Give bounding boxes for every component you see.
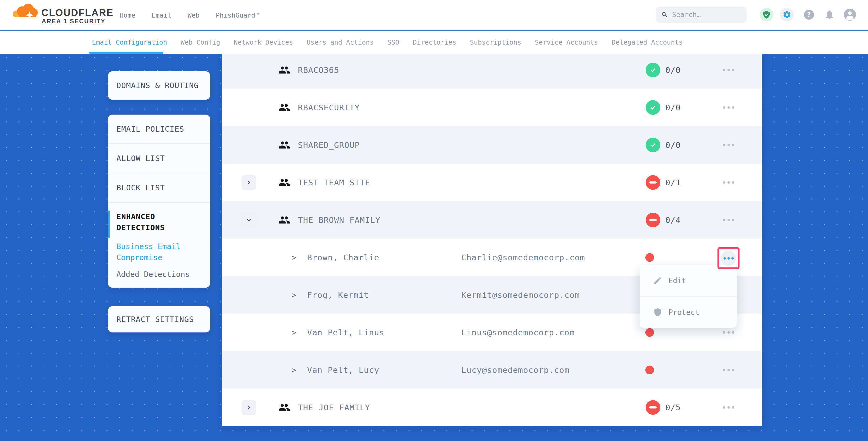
notifications-button[interactable] [824,9,835,21]
group-icon [278,401,290,413]
member-count: 0/5 [665,403,681,412]
table-row[interactable]: SHARED_GROUP 0/0 [222,126,762,164]
tab-web-config[interactable]: Web Config [181,38,220,46]
sidebar-card-domains: DOMAINS & ROUTING [108,71,210,100]
pencil-icon [653,276,662,285]
sidebar-item-domains-routing[interactable]: DOMAINS & ROUTING [108,71,210,100]
sidebar-item-business-email-compromise[interactable]: Business Email Compromise [108,241,198,263]
minus-icon [649,219,657,221]
group-icon [278,214,290,226]
expand-button[interactable] [242,400,256,415]
row-menu-button-active[interactable] [721,251,736,266]
table-row[interactable]: THE JOE FAMILY 0/5 [222,388,762,426]
search-input[interactable] [672,11,741,19]
member-status-dot [645,366,654,374]
member-status-dot [645,328,654,337]
table-row[interactable]: > Van Pelt, Lucy Lucy@somedemocorp.com [222,351,762,388]
primary-nav: Home Email Web PhishGuard™ [120,0,259,30]
status-ok-badge [646,138,660,152]
avatar-icon [844,9,856,21]
row-menu-button[interactable] [718,144,739,146]
member-email: Linus@somedemocorp.com [461,328,575,337]
row-menu-button[interactable] [718,181,739,184]
sidebar-card-retract: RETRACT SETTINGS [108,306,210,333]
row-menu-button[interactable] [718,219,739,221]
member-marker: > [292,366,296,374]
row-menu-button[interactable] [718,331,739,334]
help-button[interactable]: ? [804,10,814,20]
member-name: Frog, Kermit [307,290,369,300]
table-row[interactable]: TEST TEAM SITE 0/1 [222,164,762,201]
chevron-down-icon [246,217,252,223]
nav-item-email[interactable]: Email [152,11,171,19]
member-count: 0/0 [665,140,681,150]
sidebar-item-enhanced-detections[interactable]: ENHANCED DETECTIONS [108,211,194,233]
member-count: 0/4 [665,215,681,225]
search-bar[interactable] [656,6,747,23]
nav-item-phishguard[interactable]: PhishGuard™ [216,11,259,19]
tab-delegated-accounts[interactable]: Delegated Accounts [612,38,683,46]
group-icon [278,177,290,189]
settings-button[interactable] [780,8,794,22]
gear-icon [782,10,792,19]
tab-sso[interactable]: SSO [387,38,399,46]
status-blocked-badge [646,400,660,415]
nav-item-home[interactable]: Home [120,11,135,19]
search-icon [661,11,668,19]
group-name: RBACSECURITY [298,103,360,112]
tab-network-devices[interactable]: Network Devices [234,38,293,46]
table-row[interactable]: RBACO365 0/0 [222,51,762,89]
tab-users-and-actions[interactable]: Users and Actions [307,38,374,46]
sidebar-item-block-list[interactable]: BLOCK LIST [108,173,210,202]
account-button[interactable] [844,9,856,21]
menu-item-label: Edit [669,276,686,285]
sidebar-item-retract-settings[interactable]: RETRACT SETTINGS [108,306,210,333]
menu-item-protect[interactable]: Protect [640,296,737,328]
sidebar-item-allow-list[interactable]: ALLOW LIST [108,144,210,173]
brand-wordmark: CLOUDFLARE [41,7,114,18]
tab-email-configuration[interactable]: Email Configuration [92,38,167,46]
status-blocked-badge [646,175,660,190]
group-name: RBACO365 [298,65,339,75]
tab-service-accounts[interactable]: Service Accounts [535,38,598,46]
group-icon [278,139,290,151]
tab-subscriptions[interactable]: Subscriptions [470,38,521,46]
tab-directories[interactable]: Directories [413,38,456,46]
sidebar-item-email-policies[interactable]: EMAIL POLICIES [108,115,210,144]
highlight-box [717,247,740,269]
group-name: TEST TEAM SITE [298,178,370,187]
group-icon [278,101,290,114]
member-email: Kermit@somedemocorp.com [461,290,580,300]
menu-item-edit[interactable]: Edit [640,265,737,296]
brand-tagline: AREA 1 SECURITY [42,18,106,25]
security-status-button[interactable] [760,8,773,22]
member-count: 0/1 [665,178,681,187]
collapse-button[interactable] [242,213,256,227]
row-menu-button[interactable] [718,369,739,371]
expand-button[interactable] [242,175,256,190]
minus-icon [649,406,657,408]
nav-item-web[interactable]: Web [187,11,199,19]
group-icon [278,64,290,76]
row-menu-button[interactable] [718,106,739,108]
shield-icon [653,308,662,317]
status-ok-badge [646,63,660,77]
member-email: Lucy@somedemocorp.com [461,365,569,375]
enhanced-detections-section: ENHANCED DETECTIONS Business Email Compr… [108,203,210,280]
top-bar: CLOUDFLARE AREA 1 SECURITY Home Email We… [0,0,868,30]
check-icon [649,141,657,149]
check-icon [649,66,657,74]
row-menu-button[interactable] [718,69,739,71]
member-marker: > [292,253,296,262]
table-row[interactable]: THE BROWN FAMILY 0/4 [222,201,762,239]
member-marker: > [292,328,296,337]
group-name: SHARED_GROUP [298,140,360,150]
member-count: 0/0 [665,103,681,112]
row-menu-button[interactable] [718,406,739,408]
sidebar-card-policies: EMAIL POLICIES ALLOW LIST BLOCK LIST ENH… [108,115,210,288]
table-row[interactable]: RBACSECURITY 0/0 [222,89,762,126]
sidebar-item-added-detections[interactable]: Added Detections [108,269,198,280]
check-icon [649,104,657,111]
minus-icon [649,182,657,184]
active-tab-underline [89,52,163,54]
